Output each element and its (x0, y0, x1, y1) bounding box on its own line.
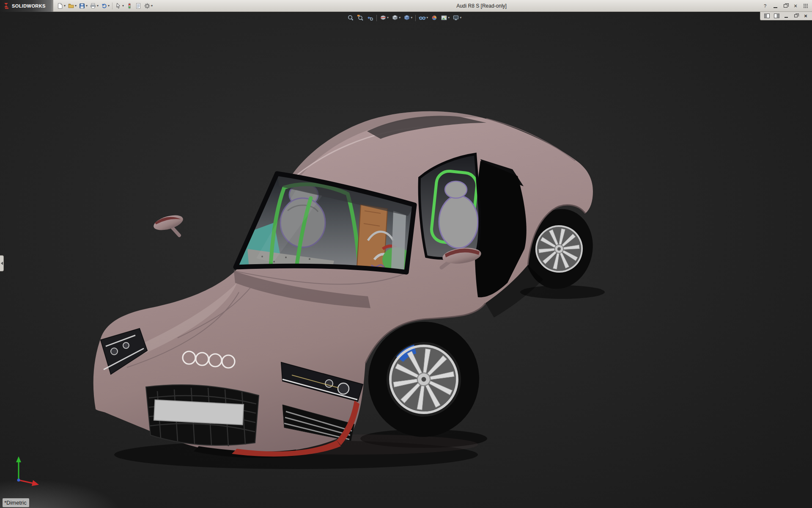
dropdown-caret: ▾ (460, 16, 461, 19)
restore-icon (784, 4, 787, 8)
passenger-seat (439, 196, 478, 248)
title-bar: SOLIDWORKS ▾ ▾ (0, 0, 812, 12)
previous-view-button[interactable] (366, 13, 374, 22)
dropdown-caret: ▾ (399, 16, 401, 19)
print-button[interactable]: ▾ (89, 1, 99, 11)
dropdown-caret: ▾ (97, 4, 99, 8)
dropdown-caret: ▾ (448, 16, 450, 19)
select-cursor-icon (115, 3, 122, 9)
view-orientation-label: *Dimetric (4, 500, 27, 506)
solidworks-logo-icon (3, 3, 10, 9)
orientation-triad (7, 454, 45, 488)
section-view-icon (380, 14, 387, 21)
quick-access-toolbar: ▾ ▾ ▾ (53, 1, 156, 11)
split-pane-right-button[interactable] (773, 13, 780, 19)
window-controls: ? × (761, 2, 812, 10)
minimize-icon (774, 7, 777, 8)
dropdown-caret: ▾ (387, 16, 389, 19)
minimize-button[interactable] (771, 2, 779, 10)
solidworks-menu-button[interactable]: SOLIDWORKS (0, 0, 53, 12)
select-button[interactable]: ▾ (114, 1, 125, 11)
triad-x-axis (19, 480, 34, 483)
close-button[interactable]: × (791, 2, 800, 10)
restore-button[interactable] (781, 2, 790, 10)
front-grille[interactable] (146, 385, 259, 446)
undo-icon (101, 3, 107, 9)
display-style-icon (403, 14, 410, 21)
featuremanager-flyout-handle[interactable] (0, 255, 4, 271)
dropdown-caret: ▾ (86, 4, 88, 8)
dropdown-caret: ▾ (64, 4, 66, 8)
undo-button[interactable]: ▾ (100, 1, 110, 11)
toolbar-separator (112, 3, 112, 9)
grid-icon (803, 3, 808, 8)
scene-icon (441, 14, 447, 21)
open-button[interactable]: ▾ (67, 1, 77, 11)
window-title: Audi R8 S [Read-only] (456, 3, 507, 9)
zoom-to-fit-button[interactable] (346, 13, 355, 22)
dropdown-caret: ▾ (122, 4, 124, 8)
audi-r8-model[interactable] (0, 12, 812, 508)
dropdown-caret: ▾ (411, 16, 412, 19)
dropdown-caret: ▾ (151, 4, 153, 8)
rebuild-traffic-light-icon (126, 3, 133, 9)
left-mirror[interactable] (152, 213, 184, 235)
heads-up-view-toolbar: ▾ ▾ ▾ (346, 13, 462, 22)
view-orientation-button[interactable]: ▾ (391, 13, 401, 22)
save-icon (79, 3, 85, 9)
solidworks-window: SOLIDWORKS ▾ ▾ (0, 0, 812, 508)
view-settings-button[interactable]: ▾ (452, 13, 462, 22)
restore-document-button[interactable] (792, 13, 800, 19)
options-button[interactable]: ▾ (143, 1, 154, 11)
side-window[interactable] (420, 154, 483, 260)
zoom-to-fit-icon (347, 14, 354, 21)
display-style-button[interactable]: ▾ (403, 13, 413, 22)
split-pane-left-icon (764, 14, 770, 18)
minimize-icon (785, 17, 788, 18)
close-document-button[interactable]: × (802, 13, 809, 19)
zoom-to-area-button[interactable] (356, 13, 365, 22)
print-icon (90, 3, 96, 9)
new-document-icon (57, 3, 63, 9)
split-pane-left-button[interactable] (763, 13, 771, 19)
help-button[interactable]: ? (761, 2, 769, 10)
graphics-viewport[interactable]: ▾ ▾ ▾ (0, 12, 812, 508)
new-document-button[interactable]: ▾ (56, 1, 66, 11)
dropdown-caret: ▾ (75, 4, 77, 8)
glasses-icon (419, 14, 426, 21)
split-pane-right-icon (774, 14, 779, 18)
gear-icon (144, 3, 151, 9)
edit-appearance-button[interactable] (430, 13, 439, 22)
view-settings-icon (453, 14, 459, 21)
license-plate (154, 400, 244, 425)
toolbar-separator (376, 15, 377, 21)
apply-scene-button[interactable]: ▾ (440, 13, 450, 22)
dropdown-caret: ▾ (426, 16, 428, 19)
open-icon (68, 3, 74, 9)
previous-view-icon (367, 14, 373, 21)
triad-z-axis (17, 479, 20, 482)
view-cube-icon (392, 14, 398, 21)
file-properties-button[interactable] (134, 1, 143, 11)
brand-text: SOLIDWORKS (12, 3, 46, 8)
appearance-ball-icon (431, 14, 438, 21)
document-window-controls: × (760, 12, 812, 20)
customize-button[interactable] (801, 2, 810, 10)
chevron-left-icon (1, 262, 3, 265)
rebuild-button[interactable] (125, 1, 134, 11)
status-view-orientation: *Dimetric (3, 498, 29, 507)
restore-icon (794, 14, 798, 17)
minimize-document-button[interactable] (782, 13, 790, 19)
toolbar-separator (415, 15, 416, 21)
file-properties-icon (135, 3, 142, 9)
section-view-button[interactable]: ▾ (379, 13, 390, 22)
zoom-to-area-icon (357, 14, 364, 21)
save-button[interactable]: ▾ (78, 1, 88, 11)
hide-show-items-button[interactable]: ▾ (418, 13, 429, 22)
dropdown-caret: ▾ (108, 4, 110, 8)
